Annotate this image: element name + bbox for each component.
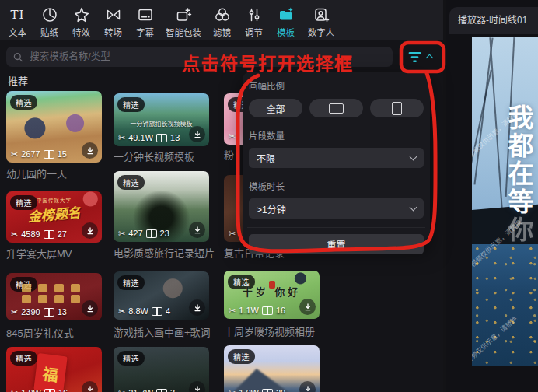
- magic-box-icon: [175, 5, 192, 23]
- download-button[interactable]: [299, 381, 316, 392]
- download-button[interactable]: [189, 222, 205, 238]
- uses-count: 2390: [21, 307, 40, 317]
- uses-icon: ✂: [118, 389, 125, 392]
- clips-count: 16: [58, 388, 68, 392]
- download-button[interactable]: [299, 299, 316, 315]
- duration-value: >1分钟: [257, 202, 286, 215]
- card-title: 粉: [224, 147, 243, 162]
- template-card-travel-long[interactable]: 精选 一分钟旅拍长视频模板 ✂49.1W 13: [114, 93, 209, 146]
- search-input[interactable]: [28, 51, 386, 63]
- tab-captions[interactable]: 字幕: [129, 0, 161, 38]
- chevron-up-icon: [426, 54, 434, 62]
- download-button[interactable]: [82, 300, 98, 317]
- uses-count: 49.1W: [128, 133, 153, 142]
- transition-icon: [105, 5, 122, 23]
- download-icon: [86, 385, 95, 392]
- reset-button[interactable]: 重置: [249, 234, 424, 254]
- download-button[interactable]: [82, 142, 98, 159]
- chevron-down-icon: [410, 204, 417, 212]
- card-stats: ✂2390 13: [11, 307, 67, 317]
- sticker-icon: [41, 5, 58, 23]
- tab-adjust[interactable]: 调节: [238, 0, 270, 38]
- duration-select[interactable]: >1分钟: [249, 198, 424, 219]
- template-card-red-envelope[interactable]: 精选 福 ✂1.9W 16: [6, 347, 102, 392]
- red-envelope-decor: 福: [33, 353, 68, 392]
- uses-count: 427: [128, 229, 142, 238]
- clips-count: 29: [276, 388, 285, 392]
- card-stats: ✂21.7W 3: [118, 388, 175, 392]
- clip-count-label: 片段数量: [249, 129, 424, 142]
- download-button[interactable]: [82, 222, 98, 239]
- text-icon: TI: [11, 5, 25, 23]
- search-icon: [13, 52, 23, 62]
- gold-calligraphy-decor: [22, 295, 80, 303]
- featured-badge: 精选: [10, 351, 37, 366]
- template-card-birthday-845[interactable]: 精选 ✂2390 13: [6, 273, 102, 320]
- download-icon: [86, 226, 95, 236]
- tab-smart-packaging[interactable]: 智能包装: [161, 0, 206, 38]
- card-stats: ✂49.1W 13: [118, 133, 180, 142]
- video-preview[interactable]: 我都在等你 视频仅供示意，请替换 视频仅供示意，请替换 视频仅供示意，请替换: [472, 37, 538, 366]
- download-button[interactable]: [189, 126, 205, 142]
- card-title: 845周岁礼仪式: [6, 325, 107, 340]
- portrait-icon: [392, 102, 402, 115]
- template-card-game-pip[interactable]: 精选 ✂8.8W 4: [114, 271, 209, 320]
- tab-digital-human[interactable]: 数字人: [302, 0, 341, 38]
- template-card-tenth-birthday[interactable]: 精选 十岁 你好 ✂1.1W 16: [224, 271, 320, 319]
- duration-label: 模板时长: [249, 180, 424, 192]
- download-icon: [193, 226, 202, 235]
- tab-stickers[interactable]: 贴纸: [33, 0, 65, 38]
- player-header: 播放器-时间线01: [449, 7, 538, 34]
- red-seal-decor: [269, 281, 275, 289]
- tab-templates[interactable]: 模板: [270, 0, 302, 38]
- card-stats: ✂1.1W 16: [229, 306, 285, 315]
- featured-badge: 精选: [117, 97, 145, 112]
- aspect-ratio-label: 画幅比例: [249, 79, 424, 92]
- uses-count: 8.8W: [128, 306, 148, 316]
- uses-icon: ✂: [118, 229, 125, 238]
- template-card-travel-film[interactable]: 精选 ✂427 23: [114, 171, 209, 242]
- template-card-kindergarten[interactable]: 精选 ✂2677 15: [6, 91, 102, 163]
- card-title: 一分钟长视频模板: [114, 149, 215, 163]
- clips-icon: [262, 389, 273, 392]
- toolbar: TI 文本 贴纸 特效 转场: [0, 0, 443, 40]
- landscape-icon: [329, 103, 344, 114]
- download-button[interactable]: [189, 299, 205, 316]
- template-card-graduation[interactable]: 精选 中国传媒大学 金榜题名 ✂4589 27: [6, 191, 102, 243]
- uses-icon: ✂: [11, 308, 18, 317]
- clips-count: 23: [160, 229, 169, 238]
- featured-badge: 精选: [117, 275, 145, 290]
- template-folder-icon: [278, 5, 295, 23]
- download-button[interactable]: [82, 381, 98, 392]
- download-button[interactable]: [189, 381, 205, 392]
- clips-icon: [44, 150, 54, 159]
- uses-icon: ✂: [11, 389, 18, 392]
- tab-filters[interactable]: 滤镜: [206, 0, 238, 38]
- clips-count: 13: [58, 307, 67, 317]
- uses-count: 1.0W: [239, 388, 259, 392]
- template-card-sunrise-mountain[interactable]: 精选 ✂1.0W 29: [224, 345, 320, 392]
- clips-icon: [146, 229, 157, 238]
- aspect-portrait-button[interactable]: [370, 99, 424, 117]
- tab-effects[interactable]: 特效: [65, 0, 97, 38]
- tab-transitions[interactable]: 转场: [97, 0, 129, 38]
- card-stats: ✂: [229, 229, 239, 238]
- aspect-landscape-button[interactable]: [309, 99, 363, 117]
- aspect-all-button[interactable]: 全部: [249, 99, 302, 117]
- caption-icon: [137, 5, 154, 23]
- uses-icon: ✂: [229, 389, 236, 392]
- sliders-icon: [246, 5, 263, 23]
- clips-icon: [156, 134, 167, 142]
- tab-text[interactable]: TI 文本: [2, 0, 33, 38]
- uses-icon: ✂: [118, 307, 125, 316]
- template-card-dark-game[interactable]: 精选 ✂21.7W 3: [114, 347, 209, 392]
- uses-icon: ✂: [118, 134, 125, 142]
- filter-dropdown-panel: 画幅比例 全部 片段数量 不限 模板时长 >1分钟 重置: [243, 72, 430, 246]
- filter-trigger-button[interactable]: [407, 47, 432, 67]
- featured-badge: 精选: [10, 95, 37, 110]
- uses-count: 2677: [21, 149, 40, 159]
- template-search[interactable]: [6, 47, 393, 67]
- star-effect-icon: [73, 5, 90, 23]
- clip-count-select[interactable]: 不限: [249, 148, 424, 168]
- fu-character: 福: [41, 361, 59, 385]
